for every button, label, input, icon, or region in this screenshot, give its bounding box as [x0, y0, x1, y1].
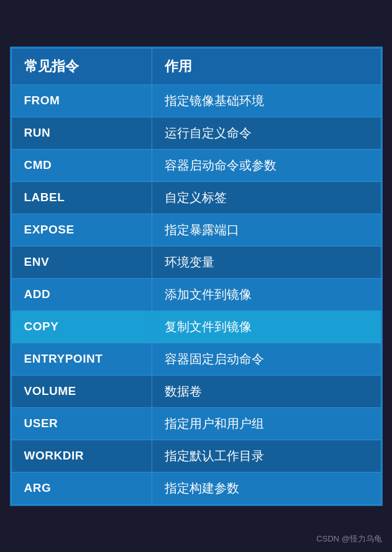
- description-column-header: 作用: [152, 48, 381, 84]
- description-cell: 指定镜像基础环境: [152, 84, 381, 117]
- table-row: VOLUME数据卷: [11, 375, 381, 407]
- table-row: ADD添加文件到镜像: [11, 278, 381, 310]
- dockerfile-commands-table: 常见指令 作用 FROM指定镜像基础环境RUN运行自定义命令CMD容器启动命令或…: [10, 47, 383, 506]
- table-row: LABEL自定义标签: [11, 181, 381, 214]
- command-cell: ADD: [11, 278, 152, 310]
- description-cell: 数据卷: [152, 375, 381, 407]
- command-column-header: 常见指令: [11, 48, 152, 84]
- watermark-text: CSDN @怪力乌龟: [316, 533, 382, 545]
- description-cell: 指定构建参数: [152, 472, 381, 504]
- description-cell: 自定义标签: [152, 181, 381, 214]
- description-cell: 容器启动命令或参数: [152, 149, 381, 181]
- table-row: EXPOSE指定暴露端口: [11, 214, 381, 246]
- table-row: ENTRYPOINT容器固定启动命令: [11, 343, 381, 375]
- table-header-row: 常见指令 作用: [11, 48, 381, 84]
- command-cell: LABEL: [11, 181, 152, 214]
- command-cell: ARG: [11, 472, 152, 504]
- command-cell: VOLUME: [11, 375, 152, 407]
- description-cell: 指定暴露端口: [152, 214, 381, 246]
- command-cell: RUN: [11, 117, 152, 149]
- description-cell: 复制文件到镜像: [152, 310, 381, 343]
- command-cell: USER: [11, 407, 152, 440]
- description-cell: 环境变量: [152, 246, 381, 278]
- table-row: FROM指定镜像基础环境: [11, 84, 381, 117]
- command-cell: WORKDIR: [11, 440, 152, 472]
- command-cell: FROM: [11, 84, 152, 117]
- table-row: USER指定用户和用户组: [11, 407, 381, 440]
- command-cell: CMD: [11, 149, 152, 181]
- description-cell: 指定默认工作目录: [152, 440, 381, 472]
- description-cell: 指定用户和用户组: [152, 407, 381, 440]
- table-row: RUN运行自定义命令: [11, 117, 381, 149]
- description-cell: 容器固定启动命令: [152, 343, 381, 375]
- description-cell: 运行自定义命令: [152, 117, 381, 149]
- command-cell: ENV: [11, 246, 152, 278]
- table-row: ENV环境变量: [11, 246, 381, 278]
- command-cell: ENTRYPOINT: [11, 343, 152, 375]
- table-row: ARG指定构建参数: [11, 472, 381, 504]
- description-cell: 添加文件到镜像: [152, 278, 381, 310]
- table-row: CMD容器启动命令或参数: [11, 149, 381, 181]
- command-cell: COPY: [11, 310, 152, 343]
- command-cell: EXPOSE: [11, 214, 152, 246]
- table-row: WORKDIR指定默认工作目录: [11, 440, 381, 472]
- table-row: COPY复制文件到镜像: [11, 310, 381, 343]
